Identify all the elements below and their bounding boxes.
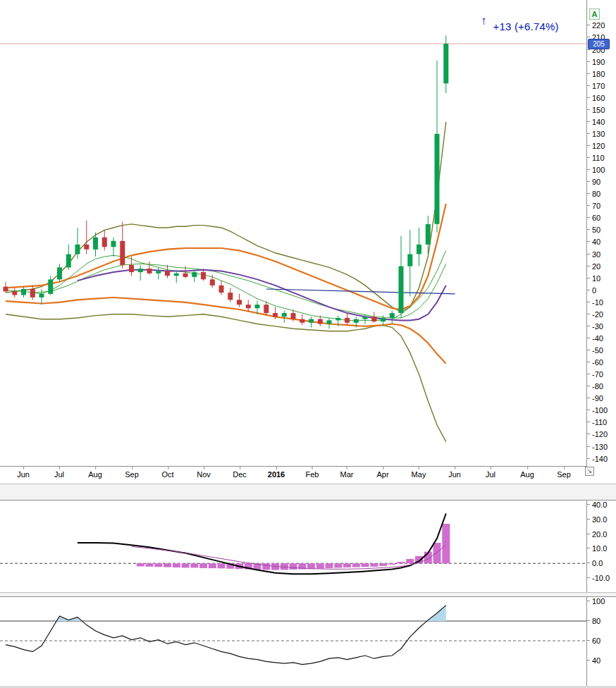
axis-tick-label: 220 (592, 21, 605, 30)
price-chart-canvas[interactable] (0, 0, 586, 467)
axis-tick-label: 120 (592, 142, 605, 150)
axis-tick-label: 140 (592, 118, 605, 126)
axis-tick-label: 160 (592, 94, 605, 102)
axis-tick-label: -30 (592, 322, 603, 331)
axis-tick-label: -130 (592, 443, 608, 451)
axis-tick-label: 60 (592, 214, 600, 222)
axis-tick-label: 50 (592, 226, 600, 234)
change-annotation: ↑ +13 (+6.74%) (481, 16, 559, 32)
axis-tick-label: 30.0 (592, 515, 607, 524)
month-label: Jul (486, 470, 495, 479)
axis-tick-label: 0.0 (592, 559, 603, 567)
axis-tick-label: 100 (592, 597, 605, 606)
macd-panel-canvas[interactable] (0, 500, 586, 592)
axis-tick-label: 40 (592, 238, 600, 246)
month-label: Oct (161, 470, 173, 479)
month-label: Jun (448, 470, 461, 479)
axis-tick-label: -140 (592, 455, 608, 463)
oscillator-axis[interactable]: 100806040 (586, 597, 616, 688)
month-label: Aug (520, 470, 534, 479)
month-label: Jul (54, 470, 64, 479)
axis-tick-label: 190 (592, 58, 605, 66)
axis-tick-label: 0 (592, 286, 596, 295)
oscillator-panel-canvas[interactable] (0, 597, 586, 688)
panel-separator (0, 592, 616, 597)
axis-tick-label: -70 (592, 370, 603, 379)
change-text: +13 (+6.74%) (493, 20, 559, 32)
axis-tick-label: -120 (592, 430, 608, 438)
month-label: Feb (306, 470, 319, 479)
time-axis[interactable]: JunJulAugSepOctNovDec2016FebMarAprMayJun… (0, 467, 586, 482)
axis-tick-label: -50 (592, 346, 603, 355)
month-label: Apr (376, 470, 388, 479)
month-label: Mar (340, 470, 354, 479)
axis-tick-label: -60 (592, 358, 603, 367)
axis-tick-label: 70 (592, 202, 600, 210)
axis-tick-label: 20 (592, 262, 600, 271)
month-label: Sep (125, 470, 139, 479)
axis-tick-label: -20 (592, 310, 603, 319)
axis-tick-label: 60 (592, 637, 600, 645)
axis-tick-label: 110 (592, 154, 605, 162)
axis-tick-label: -10.0 (592, 574, 610, 582)
autoscale-button[interactable]: A (589, 8, 600, 20)
month-label: May (412, 470, 426, 479)
axis-tick-label: 170 (592, 82, 605, 90)
axis-tick-label: 20.0 (592, 530, 607, 539)
axis-tick-label: 180 (592, 70, 605, 78)
axis-tick-label: -40 (592, 334, 603, 343)
month-label: 2016 (268, 470, 285, 479)
axis-tick-label: 150 (592, 106, 605, 114)
axis-tick-label: 40 (592, 656, 600, 665)
scroll-corner-icon[interactable]: ↘ (585, 467, 594, 476)
axis-tick-label: -90 (592, 394, 603, 403)
price-axis[interactable]: A 205 2202102001901801701601501401301201… (586, 0, 616, 467)
axis-tick-label: 30 (592, 250, 600, 259)
month-label: Nov (197, 470, 211, 479)
axis-tick-label: -80 (592, 382, 603, 391)
axis-tick-label: -10 (592, 298, 603, 307)
axis-tick-label: -100 (592, 406, 608, 414)
axis-tick-label: 100 (592, 166, 605, 174)
last-price-badge: 205 (588, 39, 610, 49)
axis-tick-label: -110 (592, 418, 607, 426)
month-label: Aug (88, 470, 102, 479)
chart-window: ↑ +13 (+6.74%) A 205 2202102001901801701… (0, 0, 616, 688)
axis-tick-label: 40.0 (592, 500, 607, 509)
month-label: Sep (557, 470, 571, 479)
axis-tick-label: 90 (592, 178, 600, 186)
axis-tick-label: 130 (592, 130, 605, 138)
up-arrow-icon: ↑ (481, 16, 487, 27)
axis-tick-label: 80 (592, 190, 600, 198)
month-label: Dec (233, 470, 247, 479)
panel-separator (0, 484, 616, 500)
axis-tick-label: 10.0 (592, 544, 607, 553)
month-label: Jun (17, 470, 30, 479)
axis-tick-label: 80 (592, 617, 600, 625)
axis-tick-label: 10 (592, 274, 600, 283)
macd-axis[interactable]: 40.030.020.010.00.0-10.0 (586, 500, 616, 592)
